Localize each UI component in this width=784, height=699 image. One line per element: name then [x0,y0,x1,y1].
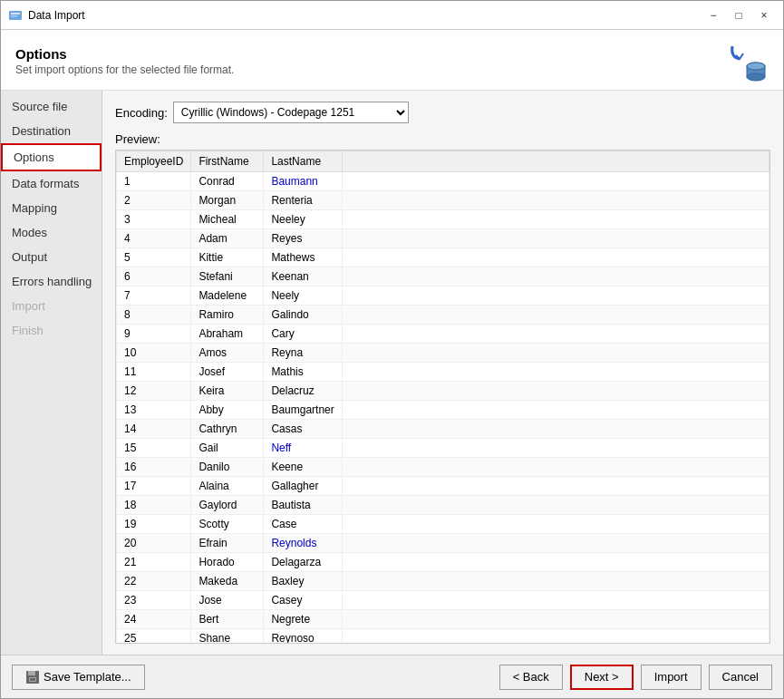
cell-lastname: Gallagher [264,477,342,496]
cell-firstname: Kittie [191,248,264,267]
close-button[interactable]: × [752,6,776,24]
encoding-row: Encoding: Cyrillic (Windows) - Codepage … [115,102,770,123]
save-template-label: Save Template... [44,670,131,684]
cell-lastname: Reyna [264,344,342,363]
cell-id: 20 [117,534,191,553]
cell-firstname: Efrain [191,534,264,553]
cell-firstname: Cathryn [191,420,264,439]
cell-id: 12 [117,382,191,401]
sidebar-item-destination[interactable]: Destination [1,119,102,143]
cell-extra [342,248,769,267]
cell-id: 6 [117,267,191,286]
app-icon [8,8,23,23]
cell-id: 19 [117,515,191,534]
cell-firstname: Bert [191,610,264,629]
cell-id: 15 [117,439,191,458]
minimize-button[interactable]: − [702,6,725,24]
encoding-select[interactable]: Cyrillic (Windows) - Codepage 1251 UTF-8… [173,102,409,123]
sidebar-item-data-formats[interactable]: Data formats [1,171,102,196]
preview-scroll[interactable]: EmployeeID FirstName LastName 1ConradBau… [116,150,769,643]
title-bar-controls: − □ × [702,6,776,24]
window: Data Import − □ × Options Set import opt… [0,0,784,699]
table-row: 23JoseCasey [117,591,769,610]
header-section: Options Set import options for the selec… [1,30,783,91]
next-button[interactable]: Next > [570,665,634,690]
footer: Save Template... < Back Next > Import Ca… [1,655,783,698]
table-row: 8RamiroGalindo [117,306,769,325]
cell-lastname: Casey [264,591,342,610]
cell-firstname: Micheal [191,210,264,229]
table-row: 20EfrainReynolds [117,534,769,553]
svg-point-6 [747,63,765,70]
cell-lastname: Case [264,515,342,534]
table-row: 19ScottyCase [117,515,769,534]
cell-firstname: Horado [191,553,264,572]
cell-firstname: Stefani [191,267,264,286]
sidebar-item-errors-handling[interactable]: Errors handling [1,269,102,294]
back-button[interactable]: < Back [499,665,563,690]
cell-firstname: Scotty [191,515,264,534]
col-header-employeeid: EmployeeID [117,151,191,172]
cell-lastname: Casas [264,420,342,439]
table-row: 25ShaneReynoso [117,629,769,644]
cell-firstname: Ramiro [191,306,264,325]
table-row: 16DaniloKeene [117,458,769,477]
table-row: 24BertNegrete [117,610,769,629]
import-label: Import [654,670,688,684]
cell-extra [342,191,769,210]
title-bar: Data Import − □ × [1,1,783,30]
header-icon [725,39,769,83]
save-template-button[interactable]: Save Template... [12,665,145,690]
table-row: 21HoradoDelagarza [117,553,769,572]
sidebar-item-output[interactable]: Output [1,245,102,269]
save-icon [25,670,40,684]
cell-id: 25 [117,629,191,644]
preview-container: EmployeeID FirstName LastName 1ConradBau… [115,150,770,644]
sidebar-item-modes[interactable]: Modes [1,220,102,245]
cell-id: 18 [117,496,191,515]
cell-extra [342,172,769,191]
preview-table: EmployeeID FirstName LastName 1ConradBau… [116,150,769,643]
svg-rect-10 [30,678,35,681]
col-header-lastname: LastName [264,151,342,172]
cell-id: 23 [117,591,191,610]
cell-firstname: Gaylord [191,496,264,515]
cell-lastname: Mathews [264,248,342,267]
sidebar-item-source-file[interactable]: Source file [1,94,102,119]
cancel-label: Cancel [722,670,759,684]
cell-lastname: Keenan [264,267,342,286]
svg-rect-2 [11,15,17,17]
cell-id: 8 [117,306,191,325]
cell-firstname: Madelene [191,286,264,306]
cell-lastname: Mathis [264,363,342,382]
cancel-button[interactable]: Cancel [709,665,772,690]
header-text: Options Set import options for the selec… [15,46,234,76]
cell-firstname: Shane [191,629,264,644]
cell-extra [342,325,769,344]
table-row: 14CathrynCasas [117,420,769,439]
cell-id: 3 [117,210,191,229]
cell-lastname: Baumann [264,172,342,191]
cell-id: 2 [117,191,191,210]
section-title: Options [15,46,234,62]
sidebar-item-options[interactable]: Options [1,143,102,171]
import-button[interactable]: Import [641,665,702,690]
cell-id: 9 [117,325,191,344]
table-row: 17AlainaGallagher [117,477,769,496]
table-row: 12KeiraDelacruz [117,382,769,401]
cell-extra [342,496,769,515]
back-label: < Back [513,670,549,684]
maximize-button[interactable]: □ [727,6,750,24]
table-row: 7MadeleneNeely [117,286,769,306]
footer-right: < Back Next > Import Cancel [499,665,772,690]
cell-id: 21 [117,553,191,572]
cell-extra [342,439,769,458]
preview-label: Preview: [115,132,770,146]
cell-id: 16 [117,458,191,477]
cell-id: 11 [117,363,191,382]
cell-lastname: Galindo [264,306,342,325]
cell-extra [342,458,769,477]
cell-firstname: Josef [191,363,264,382]
cell-firstname: Alaina [191,477,264,496]
sidebar-item-mapping[interactable]: Mapping [1,196,102,220]
